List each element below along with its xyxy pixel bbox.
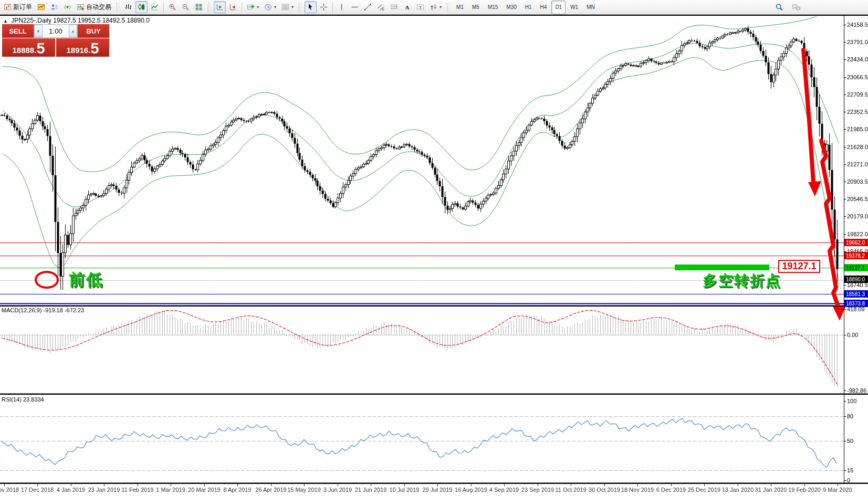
toolbar-grip [117,3,119,12]
zoom-out-icon [182,3,190,11]
new-order-icon [4,3,12,11]
main-toolbar: 新订单自动交易▾▾▾EFAT▾M1M5M15M30H1H4D1W1MN [0,0,868,15]
autotrading-button[interactable]: 自动交易 [75,1,113,13]
text-button[interactable]: A [401,1,413,13]
periods-icon [264,3,272,11]
profiles-button[interactable] [48,1,60,13]
timeframe-h1-button[interactable]: H1 [521,1,536,14]
candlestick-chart-button[interactable] [135,1,148,13]
new-order-button[interactable]: 新订单 [2,1,34,13]
vertical-line-button[interactable] [336,1,348,13]
indicator-scale-label: 15 [847,467,853,473]
date-label: 8 Apr 2019 [223,487,251,493]
tile-windows-button[interactable] [193,1,205,13]
arrows-button[interactable]: ▾ [427,1,444,13]
volume-increase-button[interactable]: ▲ [69,25,77,37]
fibonacci-button[interactable]: F [388,1,400,13]
volume-input[interactable]: 1.00 [43,25,69,37]
volume-decrease-button[interactable]: ▼ [34,25,43,37]
chart-shift-button[interactable] [227,1,239,13]
indicator-scale-label: 50 [847,438,853,444]
line-chart-button[interactable] [149,1,161,13]
sell-price[interactable]: 18888.5 [2,38,55,57]
templates-button[interactable]: ▾ [279,1,296,13]
chat-button[interactable] [790,1,803,13]
date-label: 30 Oct 2019 [589,487,620,493]
timeframe-m30-button[interactable]: M30 [503,1,520,14]
tile-windows-icon [195,3,203,11]
date-label: 29 Jul 2019 [423,487,453,493]
date-label: 31 Jan 2020 [755,487,787,493]
line-chart-icon [151,3,159,11]
buy-button[interactable]: BUY [78,24,109,38]
new-chart-button[interactable] [35,1,47,13]
price-tick-label: 23791.0 [847,39,868,45]
periods-button[interactable]: ▾ [262,1,278,13]
price-tick-label: 20546.5 [847,196,868,202]
chevron-down-icon[interactable]: ▾ [291,5,294,9]
indicators-button[interactable]: ▾ [245,1,261,13]
timeframe-h4-button[interactable]: H4 [537,1,551,14]
new-chart-icon [37,3,45,11]
rsi-label: RSI(14) 23.8334 [2,396,44,403]
date-label: 23 Sep 2019 [521,487,554,493]
turning-price-label: 19127.1 [778,260,820,273]
buy-price[interactable]: 18916.5 [56,38,109,57]
toolbar-grip [447,3,449,12]
vline-icon [338,3,346,11]
bar-chart-button[interactable] [122,1,134,13]
signals-icon [64,3,71,11]
indicator-scale-label: 80 [847,413,853,419]
price-tick-label: 19822.0 [847,231,868,237]
date-label: 18 Nov 2019 [621,487,654,493]
candles-icon [138,3,145,11]
price-tick-label: 23066.5 [847,74,868,80]
sell-button[interactable]: SELL [2,24,34,38]
chart-canvas[interactable] [0,15,868,496]
date-label: 20 Mar 2019 [188,487,221,493]
timeframe-m15-button[interactable]: M15 [484,1,501,14]
cursor-button[interactable] [305,1,317,13]
price-tick-label: 21985.0 [847,126,868,132]
date-label: 1 Mar 2019 [156,487,185,493]
zoom-in-icon [169,3,176,11]
search-button[interactable] [773,1,786,13]
collapse-icon[interactable]: ▲ [3,18,8,24]
volume-stepper: ▼ 1.00 ▲ [34,24,78,38]
trendline-button[interactable] [362,1,374,13]
timeframe-d1-button[interactable]: D1 [551,1,566,14]
date-label: 25 Dec 2019 [688,487,720,493]
text-label-button[interactable]: T [414,1,426,13]
indicators-icon [247,3,255,11]
price-tick-label: 24158.5 [847,22,868,28]
svg-text:E: E [382,8,384,11]
crosshair-button[interactable] [318,1,330,13]
zoom-in-button[interactable] [166,1,179,13]
zoom-out-button[interactable] [180,1,192,13]
horizontal-line-button[interactable] [349,1,361,13]
date-label: 23 Jan 2019 [88,487,120,493]
equidistant-channel-button[interactable]: E [375,1,387,13]
label-icon: T [416,3,424,11]
timeframe-m1-button[interactable]: M1 [453,1,467,14]
toolbar-separator [242,2,242,13]
price-tick-label: 22352.5 [847,109,868,115]
auto-scroll-button[interactable] [214,1,226,13]
cursor-icon [307,3,315,11]
signals-button[interactable] [61,1,74,13]
trendline-icon [364,3,372,11]
timeframe-mn-button[interactable]: MN [583,1,599,14]
date-label: 13 Jan 2020 [722,487,754,493]
fibo-icon: F [390,3,398,11]
indicator-scale-label: 100 [847,398,856,404]
shift-icon [229,3,237,11]
timeframe-w1-button[interactable]: W1 [567,1,582,14]
crosshair-icon [320,3,328,11]
macd-label: MACD(12,26,9) -919.18 -672.23 [2,307,84,313]
chevron-down-icon[interactable]: ▾ [257,5,259,9]
timeframe-m5-button[interactable]: M5 [468,1,483,14]
price-badge-19662.0: 19662.0 [844,239,868,246]
price-tick-label: 21628.0 [847,144,868,150]
chevron-down-icon[interactable]: ▾ [440,5,442,9]
chevron-down-icon[interactable]: ▾ [274,5,276,9]
